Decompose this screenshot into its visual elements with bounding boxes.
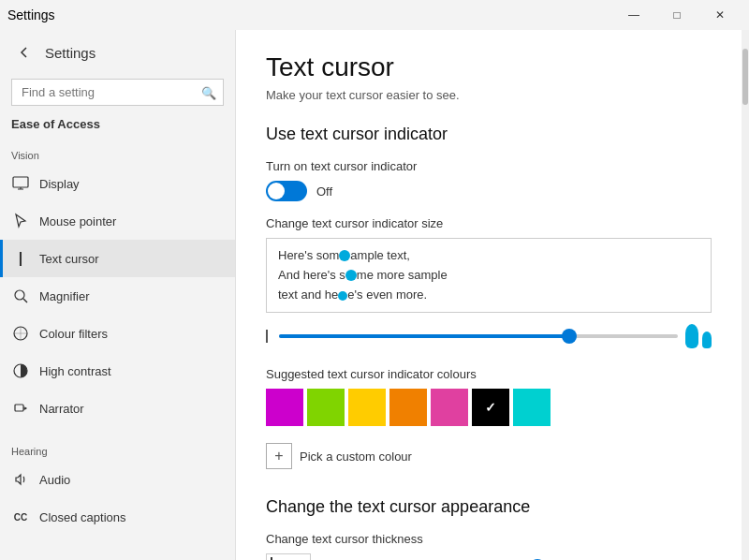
page-title: Text cursor: [266, 52, 712, 82]
size-slider-track: [279, 334, 678, 338]
slider-left-cursor: [266, 330, 268, 343]
breadcrumb: Ease of Access: [0, 113, 235, 139]
colours-label: Suggested text cursor indicator colours: [266, 367, 712, 381]
size-label: Change text cursor indicator size: [266, 216, 712, 230]
swatch-cyan[interactable]: [513, 389, 551, 426]
sample-line1: Here's somample text,: [278, 246, 699, 266]
audio-icon: [11, 470, 30, 489]
swatch-green[interactable]: [307, 389, 345, 426]
sidebar-title: Settings: [45, 45, 95, 61]
audio-label: Audio: [39, 473, 70, 487]
closed-captions-icon: CC: [11, 508, 30, 526]
sidebar-item-high-contrast[interactable]: High contrast: [0, 352, 235, 390]
custom-colour-label: Pick a custom colour: [300, 449, 412, 464]
sample-line3: text and hee's even more.: [278, 286, 699, 305]
swatch-check: ✓: [485, 400, 496, 415]
text-cursor-label: Text cursor: [39, 252, 99, 266]
sample-line2: And here's sme more sample: [278, 266, 699, 286]
colour-filters-icon: [11, 324, 30, 343]
indicator-small: [702, 332, 712, 348]
svg-rect-0: [13, 177, 28, 187]
search-icon: 🔍: [201, 85, 216, 99]
sidebar-item-colour-filters[interactable]: Colour filters: [0, 315, 235, 352]
sidebar: Settings 🔍 Ease of Access Vision Display…: [0, 0, 236, 560]
sidebar-item-magnifier[interactable]: Magnifier: [0, 277, 235, 315]
search-box: 🔍: [11, 79, 224, 106]
swatch-magenta[interactable]: [266, 389, 303, 426]
title-bar: Settings — □ ✕: [0, 0, 749, 30]
magnifier-icon: [11, 287, 30, 305]
title-bar-title: Settings: [7, 7, 55, 22]
sidebar-scroll: Vision Display Mouse pointer | Text curs…: [0, 139, 235, 560]
colour-swatches: ✓: [266, 389, 712, 426]
high-contrast-label: High contrast: [39, 364, 111, 378]
custom-colour-button[interactable]: + Pick a custom colour: [266, 437, 712, 475]
colour-filters-label: Colour filters: [39, 327, 108, 341]
indicator-large: [685, 324, 698, 348]
maximize-button[interactable]: □: [655, 0, 698, 30]
svg-point-1: [15, 290, 24, 300]
display-icon: [11, 174, 30, 193]
size-slider-thumb[interactable]: [562, 329, 577, 344]
toggle-row: Off: [266, 181, 712, 201]
sidebar-item-closed-captions[interactable]: CC Closed captions: [0, 498, 235, 536]
close-button[interactable]: ✕: [698, 0, 742, 30]
sidebar-header: Settings: [0, 30, 235, 75]
plus-icon: +: [266, 443, 292, 469]
minimize-button[interactable]: —: [612, 0, 655, 30]
narrator-label: Narrator: [39, 402, 84, 416]
swatch-pink[interactable]: [431, 389, 468, 426]
appearance-section: Change the text cursor appearance Change…: [266, 497, 712, 560]
mouse-pointer-label: Mouse pointer: [39, 214, 116, 228]
size-indicators: [685, 324, 712, 348]
swatch-orange[interactable]: [389, 389, 427, 426]
size-slider-fill: [279, 334, 566, 338]
thickness-label: Change text cursor thickness: [266, 532, 712, 546]
scrollbar-thumb[interactable]: [742, 49, 748, 105]
high-contrast-icon: [11, 361, 30, 380]
sample-text-box: Here's somample text, And here's sme mor…: [266, 238, 712, 313]
svg-rect-4: [15, 405, 23, 411]
toggle-label: Turn on text cursor indicator: [266, 159, 712, 173]
sidebar-item-display[interactable]: Display: [0, 165, 235, 202]
search-input[interactable]: [11, 79, 224, 106]
sidebar-item-mouse-pointer[interactable]: Mouse pointer: [0, 202, 235, 240]
sidebar-item-narrator[interactable]: Narrator: [0, 390, 235, 427]
mouse-pointer-icon: [11, 212, 30, 230]
closed-captions-label: Closed captions: [39, 510, 126, 524]
sidebar-item-audio[interactable]: Audio: [0, 461, 235, 498]
scrollbar: [742, 0, 749, 560]
title-bar-controls: — □ ✕: [612, 0, 742, 30]
text-cursor-indicator-toggle[interactable]: [266, 181, 307, 201]
display-label: Display: [39, 177, 80, 191]
toggle-state: Off: [316, 184, 332, 199]
cursor-preview-box: abc: [266, 553, 311, 560]
sidebar-item-text-cursor[interactable]: | Text cursor: [0, 240, 235, 277]
section2-title: Change the text cursor appearance: [266, 497, 712, 517]
vision-section-label: Vision: [0, 139, 235, 165]
section1-title: Use text cursor indicator: [266, 125, 712, 144]
hearing-section-label: Hearing: [0, 435, 235, 461]
main-content: Text cursor Make your text cursor easier…: [236, 0, 742, 560]
narrator-icon: [11, 399, 30, 418]
swatch-yellow[interactable]: [348, 389, 386, 426]
text-cursor-icon: |: [11, 249, 30, 268]
content-inner: Text cursor Make your text cursor easier…: [236, 30, 742, 560]
size-slider-container: [266, 324, 712, 348]
toggle-knob: [268, 183, 285, 199]
swatch-black[interactable]: ✓: [472, 389, 509, 426]
page-subtitle: Make your text cursor easier to see.: [266, 88, 712, 102]
back-button[interactable]: [11, 39, 37, 66]
title-bar-left: Settings: [7, 7, 55, 22]
magnifier-label: Magnifier: [39, 289, 89, 303]
thickness-row: abc: [266, 553, 712, 560]
